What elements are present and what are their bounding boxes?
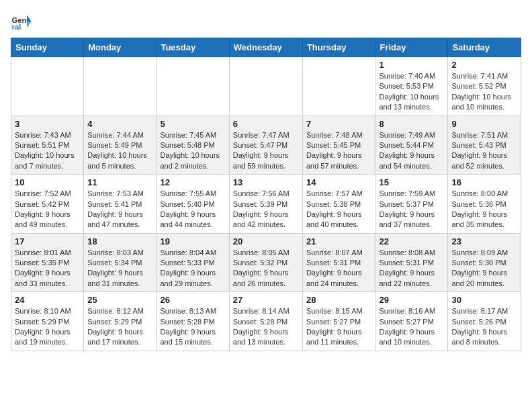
calendar-cell: 9Sunrise: 7:51 AMSunset: 5:43 PMDaylight… bbox=[448, 116, 521, 175]
header-friday: Friday bbox=[375, 38, 448, 57]
calendar-cell: 30Sunrise: 8:17 AMSunset: 5:26 PMDayligh… bbox=[448, 292, 521, 351]
day-info: Sunrise: 7:52 AMSunset: 5:42 PMDaylight:… bbox=[15, 189, 80, 230]
day-info: Sunrise: 7:45 AMSunset: 5:48 PMDaylight:… bbox=[160, 130, 225, 172]
calendar-week-5: 24Sunrise: 8:10 AMSunset: 5:29 PMDayligh… bbox=[11, 292, 521, 351]
day-number: 6 bbox=[233, 119, 299, 129]
calendar-week-4: 17Sunrise: 8:01 AMSunset: 5:35 PMDayligh… bbox=[11, 233, 521, 292]
calendar-cell: 16Sunrise: 8:00 AMSunset: 5:36 PMDayligh… bbox=[448, 175, 521, 234]
day-number: 21 bbox=[306, 236, 372, 246]
day-info: Sunrise: 7:57 AMSunset: 5:38 PMDaylight:… bbox=[306, 189, 372, 230]
day-number: 1 bbox=[380, 60, 445, 70]
calendar-cell: 1Sunrise: 7:40 AMSunset: 5:53 PMDaylight… bbox=[375, 57, 448, 116]
day-number: 3 bbox=[15, 119, 80, 129]
day-info: Sunrise: 8:17 AMSunset: 5:26 PMDaylight:… bbox=[451, 306, 517, 348]
day-number: 30 bbox=[451, 295, 517, 305]
day-number: 8 bbox=[380, 119, 445, 129]
day-number: 26 bbox=[160, 295, 225, 305]
day-number: 18 bbox=[87, 236, 152, 246]
calendar-cell: 15Sunrise: 7:59 AMSunset: 5:37 PMDayligh… bbox=[375, 175, 448, 234]
calendar-cell: 28Sunrise: 8:15 AMSunset: 5:27 PMDayligh… bbox=[302, 292, 375, 351]
calendar-cell: 13Sunrise: 7:56 AMSunset: 5:39 PMDayligh… bbox=[229, 175, 302, 234]
calendar-cell: 2Sunrise: 7:41 AMSunset: 5:52 PMDaylight… bbox=[448, 57, 521, 116]
calendar-cell: 14Sunrise: 7:57 AMSunset: 5:38 PMDayligh… bbox=[302, 175, 375, 234]
day-number: 28 bbox=[306, 295, 372, 305]
calendar-cell: 19Sunrise: 8:04 AMSunset: 5:33 PMDayligh… bbox=[157, 233, 229, 292]
header-thursday: Thursday bbox=[302, 38, 375, 57]
day-info: Sunrise: 8:03 AMSunset: 5:34 PMDaylight:… bbox=[87, 248, 152, 289]
day-info: Sunrise: 8:01 AMSunset: 5:35 PMDaylight:… bbox=[15, 248, 80, 289]
day-info: Sunrise: 7:48 AMSunset: 5:45 PMDaylight:… bbox=[306, 130, 372, 172]
day-number: 17 bbox=[15, 236, 80, 246]
calendar-header-row: SundayMondayTuesdayWednesdayThursdayFrid… bbox=[11, 38, 521, 57]
day-info: Sunrise: 7:41 AMSunset: 5:52 PMDaylight:… bbox=[451, 71, 517, 113]
calendar-cell: 27Sunrise: 8:14 AMSunset: 5:28 PMDayligh… bbox=[229, 292, 302, 351]
calendar-cell: 25Sunrise: 8:12 AMSunset: 5:29 PMDayligh… bbox=[84, 292, 157, 351]
day-number: 2 bbox=[451, 60, 517, 70]
day-number: 4 bbox=[87, 119, 152, 129]
calendar-cell: 17Sunrise: 8:01 AMSunset: 5:35 PMDayligh… bbox=[11, 233, 84, 292]
day-info: Sunrise: 7:56 AMSunset: 5:39 PMDaylight:… bbox=[233, 189, 299, 230]
day-number: 11 bbox=[87, 177, 152, 187]
day-info: Sunrise: 7:43 AMSunset: 5:51 PMDaylight:… bbox=[15, 130, 80, 172]
day-number: 5 bbox=[160, 119, 225, 129]
day-info: Sunrise: 8:05 AMSunset: 5:32 PMDaylight:… bbox=[233, 248, 299, 289]
logo-icon: Gene ral bbox=[11, 11, 32, 32]
day-number: 7 bbox=[306, 119, 372, 129]
day-number: 12 bbox=[160, 177, 225, 187]
calendar-cell bbox=[229, 57, 302, 116]
day-number: 29 bbox=[380, 295, 445, 305]
day-info: Sunrise: 8:16 AMSunset: 5:27 PMDaylight:… bbox=[380, 306, 445, 348]
calendar-cell bbox=[11, 57, 84, 116]
day-number: 16 bbox=[451, 177, 517, 187]
day-info: Sunrise: 7:44 AMSunset: 5:49 PMDaylight:… bbox=[87, 130, 152, 172]
calendar-cell: 4Sunrise: 7:44 AMSunset: 5:49 PMDaylight… bbox=[84, 116, 157, 175]
day-info: Sunrise: 8:15 AMSunset: 5:27 PMDaylight:… bbox=[306, 306, 372, 348]
day-number: 13 bbox=[233, 177, 299, 187]
header-tuesday: Tuesday bbox=[157, 38, 229, 57]
calendar-cell: 20Sunrise: 8:05 AMSunset: 5:32 PMDayligh… bbox=[229, 233, 302, 292]
calendar-cell: 8Sunrise: 7:49 AMSunset: 5:44 PMDaylight… bbox=[375, 116, 448, 175]
calendar-cell: 3Sunrise: 7:43 AMSunset: 5:51 PMDaylight… bbox=[11, 116, 84, 175]
day-info: Sunrise: 8:12 AMSunset: 5:29 PMDaylight:… bbox=[87, 306, 152, 348]
day-number: 14 bbox=[306, 177, 372, 187]
day-info: Sunrise: 7:40 AMSunset: 5:53 PMDaylight:… bbox=[380, 71, 445, 113]
day-info: Sunrise: 8:13 AMSunset: 5:28 PMDaylight:… bbox=[160, 306, 225, 348]
calendar-cell: 26Sunrise: 8:13 AMSunset: 5:28 PMDayligh… bbox=[157, 292, 229, 351]
day-info: Sunrise: 8:07 AMSunset: 5:31 PMDaylight:… bbox=[306, 248, 372, 289]
calendar-cell: 23Sunrise: 8:09 AMSunset: 5:30 PMDayligh… bbox=[448, 233, 521, 292]
calendar-cell: 5Sunrise: 7:45 AMSunset: 5:48 PMDaylight… bbox=[157, 116, 229, 175]
day-number: 22 bbox=[380, 236, 445, 246]
header-sunday: Sunday bbox=[11, 38, 84, 57]
day-info: Sunrise: 7:55 AMSunset: 5:40 PMDaylight:… bbox=[160, 189, 225, 230]
day-number: 25 bbox=[87, 295, 152, 305]
calendar-week-2: 3Sunrise: 7:43 AMSunset: 5:51 PMDaylight… bbox=[11, 116, 521, 175]
day-info: Sunrise: 7:49 AMSunset: 5:44 PMDaylight:… bbox=[380, 130, 445, 172]
calendar-cell: 21Sunrise: 8:07 AMSunset: 5:31 PMDayligh… bbox=[302, 233, 375, 292]
calendar-cell: 24Sunrise: 8:10 AMSunset: 5:29 PMDayligh… bbox=[11, 292, 84, 351]
calendar-cell: 10Sunrise: 7:52 AMSunset: 5:42 PMDayligh… bbox=[11, 175, 84, 234]
day-number: 27 bbox=[233, 295, 299, 305]
day-info: Sunrise: 8:08 AMSunset: 5:31 PMDaylight:… bbox=[380, 248, 445, 289]
header-monday: Monday bbox=[84, 38, 157, 57]
calendar-cell: 7Sunrise: 7:48 AMSunset: 5:45 PMDaylight… bbox=[302, 116, 375, 175]
day-info: Sunrise: 8:14 AMSunset: 5:28 PMDaylight:… bbox=[233, 306, 299, 348]
calendar-cell bbox=[157, 57, 229, 116]
day-info: Sunrise: 7:53 AMSunset: 5:41 PMDaylight:… bbox=[87, 189, 152, 230]
day-info: Sunrise: 7:59 AMSunset: 5:37 PMDaylight:… bbox=[380, 189, 445, 230]
day-number: 15 bbox=[380, 177, 445, 187]
day-number: 19 bbox=[160, 236, 225, 246]
calendar-cell: 11Sunrise: 7:53 AMSunset: 5:41 PMDayligh… bbox=[84, 175, 157, 234]
day-info: Sunrise: 7:47 AMSunset: 5:47 PMDaylight:… bbox=[233, 130, 299, 172]
calendar-cell: 22Sunrise: 8:08 AMSunset: 5:31 PMDayligh… bbox=[375, 233, 448, 292]
day-number: 20 bbox=[233, 236, 299, 246]
calendar-cell bbox=[84, 57, 157, 116]
day-info: Sunrise: 8:04 AMSunset: 5:33 PMDaylight:… bbox=[160, 248, 225, 289]
day-info: Sunrise: 7:51 AMSunset: 5:43 PMDaylight:… bbox=[451, 130, 517, 172]
day-info: Sunrise: 8:00 AMSunset: 5:36 PMDaylight:… bbox=[451, 189, 517, 230]
calendar-cell: 29Sunrise: 8:16 AMSunset: 5:27 PMDayligh… bbox=[375, 292, 448, 351]
calendar-table: SundayMondayTuesdayWednesdayThursdayFrid… bbox=[11, 38, 521, 351]
day-info: Sunrise: 8:10 AMSunset: 5:29 PMDaylight:… bbox=[15, 306, 80, 348]
header-saturday: Saturday bbox=[448, 38, 521, 57]
calendar-cell: 6Sunrise: 7:47 AMSunset: 5:47 PMDaylight… bbox=[229, 116, 302, 175]
calendar-week-3: 10Sunrise: 7:52 AMSunset: 5:42 PMDayligh… bbox=[11, 175, 521, 234]
